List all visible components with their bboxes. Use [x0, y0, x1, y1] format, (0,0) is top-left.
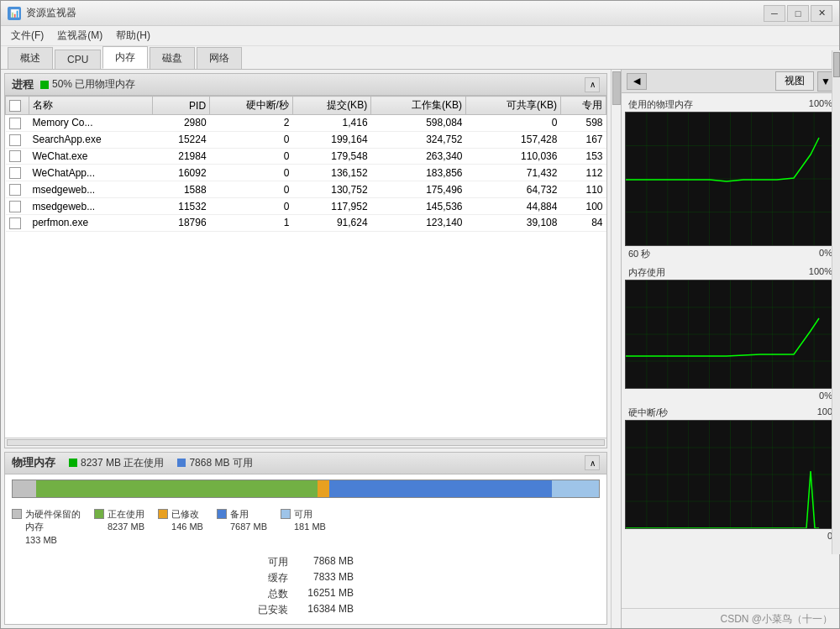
- td-workingset: 175,496: [371, 181, 466, 198]
- view-button[interactable]: 视图: [775, 71, 814, 91]
- td-pid: 1588: [153, 181, 210, 198]
- scrollbar-h-track[interactable]: [7, 439, 605, 446]
- tab-disk[interactable]: 磁盘: [150, 47, 195, 69]
- chart1-time: 60 秒: [628, 248, 650, 260]
- tab-overview[interactable]: 概述: [8, 47, 53, 69]
- stats-total-value: 16251 MB: [295, 587, 354, 601]
- chart2-title: 内存使用: [628, 266, 665, 279]
- legend-modified-box: [158, 509, 168, 519]
- watermark-bar: CSDN @小菜鸟（十一）: [622, 608, 839, 628]
- legend-free-box: [281, 509, 291, 519]
- right-side-scrollbar[interactable]: [832, 70, 839, 554]
- table-row[interactable]: Memory Co... 2980 2 1,416 598,084 0 598: [6, 115, 606, 132]
- menu-bar: 文件(F) 监视器(M) 帮助(H): [1, 26, 839, 46]
- menu-help[interactable]: 帮助(H): [109, 27, 157, 45]
- td-checkbox: [6, 115, 29, 132]
- table-row[interactable]: WeChatApp... 16092 0 136,152 183,856 71,…: [6, 165, 606, 181]
- main-vertical-scrollbar[interactable]: [611, 70, 621, 628]
- process-status-text: 50% 已用物理内存: [52, 77, 135, 92]
- row-checkbox[interactable]: [9, 184, 21, 196]
- row-checkbox[interactable]: [9, 218, 21, 229]
- td-pid: 21984: [153, 148, 210, 165]
- available-dot: [177, 459, 186, 467]
- stats-available-value: 7868 MB: [295, 555, 354, 569]
- stats-cache-label: 缓存: [258, 571, 288, 585]
- table-row[interactable]: SearchApp.exe 15224 0 199,164 324,752 15…: [6, 131, 606, 148]
- app-icon: 📊: [8, 7, 21, 20]
- chart2-wrapper: 内存使用 100%: [625, 265, 836, 401]
- minimize-button[interactable]: ─: [764, 5, 785, 22]
- scroll-thumb[interactable]: [612, 71, 621, 105]
- td-workingset: 123,140: [371, 214, 466, 231]
- chart1-box: [625, 112, 836, 246]
- right-scroll-thumb[interactable]: [833, 70, 840, 77]
- bar-modified: [318, 480, 329, 497]
- physical-collapse-button[interactable]: ∧: [585, 455, 600, 470]
- th-commit[interactable]: 提交(KB): [292, 97, 370, 115]
- row-checkbox[interactable]: [9, 167, 21, 179]
- process-table-scroll[interactable]: 名称 PID 硬中断/秒 提交(KB) 工作集(KB) 可共享(KB) 专用: [5, 96, 606, 438]
- table-row[interactable]: WeChat.exe 21984 0 179,548 263,340 110,0…: [6, 148, 606, 165]
- th-pid[interactable]: PID: [153, 97, 210, 115]
- inuse-dot: [69, 459, 77, 467]
- stats-area: 可用 7868 MB 缓存 7833 MB 总数 16251 MB 已安装 16…: [5, 552, 606, 624]
- tab-cpu[interactable]: CPU: [55, 50, 101, 69]
- process-section-title: 进程: [12, 77, 34, 92]
- menu-file[interactable]: 文件(F): [4, 27, 50, 45]
- right-nav-back[interactable]: ◀: [627, 73, 647, 90]
- stats-available-label: 可用: [258, 555, 288, 569]
- td-commit: 130,752: [292, 181, 370, 198]
- right-panel: ◀ 视图 ▼ 使用的物理内存 100%: [621, 70, 839, 628]
- process-collapse-button[interactable]: ∧: [585, 77, 600, 92]
- chart2-top-pct: 100%: [809, 266, 832, 279]
- legend-free-text: 可用181 MB: [294, 508, 326, 534]
- td-hardfaults: 0: [210, 181, 293, 198]
- legend-inuse: 正在使用8237 MB: [94, 508, 144, 547]
- th-private[interactable]: 专用: [560, 97, 606, 115]
- tab-memory[interactable]: 内存: [102, 46, 148, 69]
- close-button[interactable]: ✕: [811, 5, 832, 22]
- td-pid: 2980: [153, 115, 210, 132]
- chart2-bottom-pct: 0%: [819, 391, 832, 401]
- bar-inuse: [36, 480, 318, 497]
- row-checkbox[interactable]: [9, 134, 21, 146]
- td-commit: 1,416: [292, 115, 370, 132]
- table-row[interactable]: perfmon.exe 18796 1 91,624 123,140 39,10…: [6, 214, 606, 231]
- process-horizontal-scrollbar[interactable]: [5, 438, 606, 448]
- header-checkbox[interactable]: [9, 100, 21, 112]
- th-workingset[interactable]: 工作集(KB): [371, 97, 466, 115]
- row-checkbox[interactable]: [9, 150, 21, 162]
- th-shareable[interactable]: 可共享(KB): [466, 97, 561, 115]
- menu-monitor[interactable]: 监视器(M): [50, 27, 109, 45]
- chart2-bottom: 0%: [625, 389, 836, 401]
- td-hardfaults: 1: [210, 214, 293, 231]
- chart3-label: 硬中断/秒 100: [625, 405, 836, 420]
- td-private: 112: [560, 165, 606, 181]
- row-checkbox[interactable]: [9, 118, 21, 129]
- td-name: Memory Co...: [29, 115, 153, 132]
- main-window: 📊 资源监视器 ─ □ ✕ 文件(F) 监视器(M) 帮助(H) 概述 CPU …: [0, 0, 840, 629]
- td-commit: 136,152: [292, 165, 370, 181]
- physical-header: 物理内存 8237 MB 正在使用 7868 MB 可用 ∧: [5, 453, 606, 474]
- row-checkbox[interactable]: [9, 201, 21, 212]
- chart1-svg: [626, 113, 835, 245]
- td-pid: 18796: [153, 214, 210, 231]
- legend-hardware: 为硬件保留的内存133 MB: [12, 508, 81, 547]
- td-checkbox: [6, 165, 29, 181]
- th-name[interactable]: 名称: [29, 97, 153, 115]
- td-commit: 179,548: [292, 148, 370, 165]
- bar-hardware: [13, 480, 36, 497]
- td-shareable: 110,036: [466, 148, 561, 165]
- physical-title: 物理内存: [12, 455, 55, 470]
- chart-section: 使用的物理内存 100%: [622, 93, 839, 608]
- tab-network[interactable]: 网络: [197, 47, 242, 69]
- td-checkbox: [6, 181, 29, 198]
- maximize-button[interactable]: □: [787, 5, 809, 22]
- table-row[interactable]: msedgeweb... 1588 0 130,752 175,496 64,7…: [6, 181, 606, 198]
- td-workingset: 598,084: [371, 115, 466, 132]
- td-name: msedgeweb...: [29, 198, 153, 215]
- th-hardfaults[interactable]: 硬中断/秒: [210, 97, 293, 115]
- stats-installed-label: 已安装: [258, 603, 288, 617]
- chart3-svg: [626, 421, 835, 528]
- table-row[interactable]: msedgeweb... 11532 0 117,952 145,536 44,…: [6, 198, 606, 215]
